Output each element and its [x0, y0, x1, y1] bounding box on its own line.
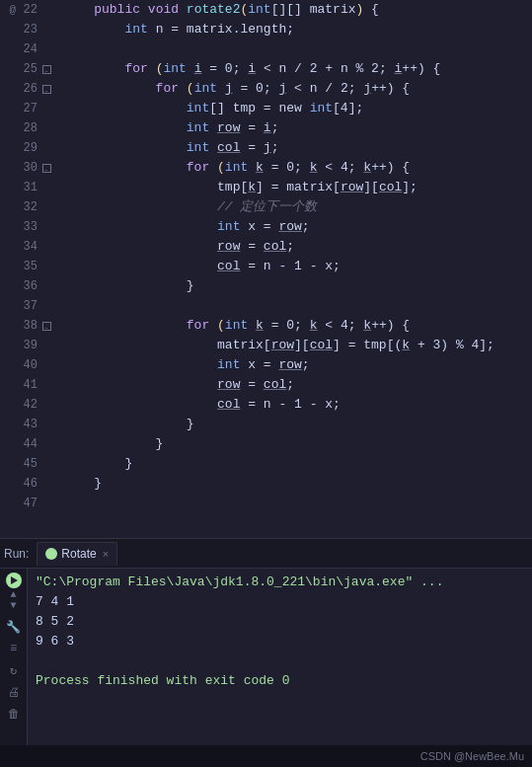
- code-line: row = col;: [63, 375, 532, 395]
- line-number: 31: [18, 181, 38, 194]
- line-number: 44: [18, 437, 38, 451]
- gutter-row: 41: [0, 375, 55, 395]
- output-line: Process finished with exit code 0: [36, 671, 524, 691]
- run-panel: Run: Rotate × ▲ ▼ 🔧 ≡ ↻ 🖨 🗑 "C:\Program …: [0, 538, 532, 745]
- scroll-up-button[interactable]: ▲: [10, 590, 16, 600]
- code-line: for (int j = 0; j < n / 2; j++) {: [63, 79, 532, 99]
- line-number: 34: [18, 240, 38, 254]
- line-number: 39: [18, 339, 38, 352]
- line-gutter: @22232425-26-27282930-3132333435363738-3…: [0, 0, 59, 538]
- format-button[interactable]: ≡: [4, 639, 24, 658]
- line-number: 25: [18, 62, 38, 76]
- code-line: }: [63, 454, 532, 474]
- line-number: 47: [18, 497, 38, 510]
- fold-icon[interactable]: -: [41, 64, 51, 74]
- gutter-row: 28: [0, 118, 55, 138]
- code-line: // 定位下一个数: [63, 197, 532, 217]
- refresh-button[interactable]: ↻: [4, 660, 24, 680]
- line-number: 32: [18, 200, 38, 214]
- gutter-row: 37: [0, 296, 55, 316]
- code-line: tmp[k] = matrix[row][col];: [63, 178, 532, 197]
- status-bar: CSDN @NewBee.Mu: [0, 745, 532, 767]
- gutter-row: 46: [0, 474, 55, 494]
- line-number: 29: [18, 141, 38, 155]
- code-line: [63, 296, 532, 316]
- run-tab-label: Rotate: [61, 547, 96, 561]
- code-container: @22232425-26-27282930-3132333435363738-3…: [0, 0, 532, 538]
- gutter-row: 27: [0, 99, 55, 118]
- run-label: Run:: [4, 547, 29, 561]
- code-line: for (int k = 0; k < 4; k++) {: [63, 158, 532, 178]
- code-line: [63, 494, 532, 513]
- fold-icon[interactable]: -: [41, 84, 51, 94]
- line-number: 38: [18, 319, 38, 333]
- code-line: int x = row;: [63, 355, 532, 375]
- run-output: "C:\Program Files\Java\jdk1.8.0_221\bin\…: [28, 569, 532, 745]
- print-button[interactable]: 🖨: [4, 682, 24, 702]
- output-line: "C:\Program Files\Java\jdk1.8.0_221\bin\…: [36, 573, 524, 592]
- line-number: 27: [18, 102, 38, 115]
- fold-placeholder: [41, 439, 51, 449]
- code-line: }: [63, 415, 532, 434]
- fold-placeholder: [41, 499, 51, 508]
- gutter-row: @22: [0, 0, 55, 20]
- fold-placeholder: [41, 104, 51, 114]
- fold-placeholder: [41, 5, 51, 15]
- gutter-row: 23: [0, 20, 55, 39]
- fold-placeholder: [41, 183, 51, 192]
- status-text: CSDN @NewBee.Mu: [420, 750, 524, 762]
- output-line: [36, 652, 524, 671]
- code-line: }: [63, 474, 532, 494]
- code-line: int col = j;: [63, 138, 532, 158]
- scroll-buttons: ▲ ▼: [10, 590, 16, 611]
- delete-button[interactable]: 🗑: [4, 704, 24, 724]
- run-tab-close[interactable]: ×: [103, 548, 109, 560]
- code-line: }: [63, 434, 532, 454]
- fold-placeholder: [41, 143, 51, 153]
- gutter-row: 38-: [0, 316, 55, 336]
- code-line: int n = matrix.length;: [63, 20, 532, 39]
- wrench-button[interactable]: 🔧: [4, 617, 24, 637]
- line-number: 30: [18, 161, 38, 175]
- run-tab-bar: Run: Rotate ×: [0, 539, 532, 569]
- code-line: [63, 39, 532, 59]
- gutter-row: 42: [0, 395, 55, 415]
- fold-icon[interactable]: -: [41, 163, 51, 173]
- gutter-row: 26-: [0, 79, 55, 99]
- gutter-row: 39: [0, 336, 55, 355]
- fold-icon[interactable]: -: [41, 321, 51, 331]
- fold-placeholder: [41, 360, 51, 370]
- run-content-wrapper: ▲ ▼ 🔧 ≡ ↻ 🖨 🗑 "C:\Program Files\Java\jdk…: [0, 569, 532, 745]
- line-number: 37: [18, 299, 38, 313]
- fold-placeholder: [41, 44, 51, 54]
- line-number: 42: [18, 398, 38, 412]
- gutter-row: 40: [0, 355, 55, 375]
- output-line: 7 4 1: [36, 592, 524, 612]
- fold-placeholder: [41, 479, 51, 489]
- fold-placeholder: [41, 341, 51, 350]
- fold-placeholder: [41, 222, 51, 232]
- fold-placeholder: [41, 380, 51, 390]
- code-line: col = n - 1 - x;: [63, 395, 532, 415]
- fold-placeholder: [41, 262, 51, 271]
- run-tab-icon: [45, 548, 57, 560]
- code-lines: public void rotate2(int[][] matrix) { in…: [59, 0, 532, 538]
- gutter-row: 44: [0, 434, 55, 454]
- line-number: 24: [18, 42, 38, 56]
- gutter-row: 47: [0, 494, 55, 513]
- line-number: 45: [18, 457, 38, 471]
- line-number: 36: [18, 279, 38, 293]
- scroll-down-button[interactable]: ▼: [10, 601, 16, 611]
- gutter-row: 25-: [0, 59, 55, 79]
- line-number: 35: [18, 260, 38, 273]
- line-number: 33: [18, 220, 38, 234]
- line-number: 28: [18, 121, 38, 135]
- code-line: int row = i;: [63, 118, 532, 138]
- fold-placeholder: [41, 281, 51, 291]
- play-button[interactable]: [6, 573, 22, 588]
- run-tab[interactable]: Rotate ×: [37, 542, 117, 566]
- fold-placeholder: [41, 459, 51, 469]
- line-number: 26: [18, 82, 38, 96]
- fold-placeholder: [41, 420, 51, 429]
- run-sidebar: ▲ ▼ 🔧 ≡ ↻ 🖨 🗑: [0, 569, 28, 745]
